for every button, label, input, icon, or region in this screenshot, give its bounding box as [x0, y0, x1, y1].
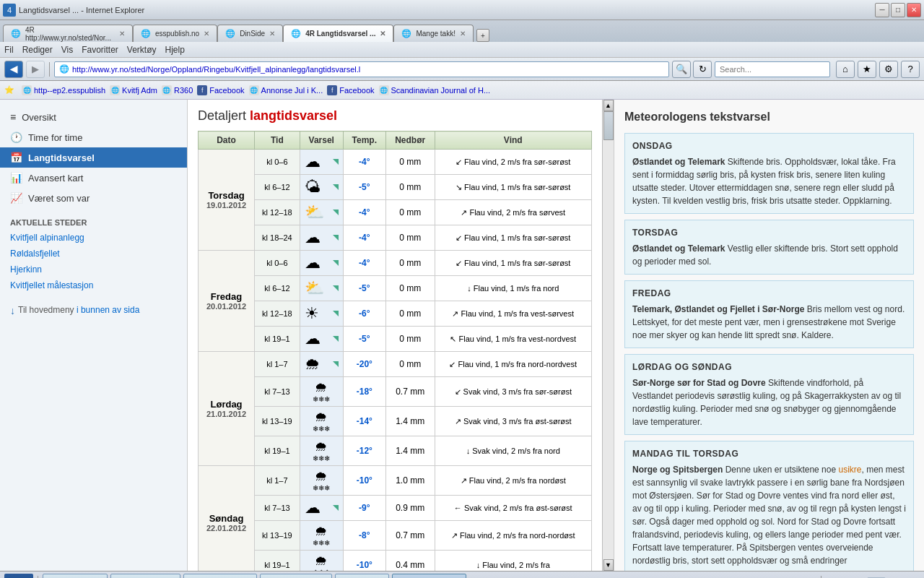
tab-2[interactable]: 🌐 esspublish.no ✕	[133, 25, 217, 42]
tab-1[interactable]: 🌐 4R http://www.yr.no/sted/Nor... ✕	[3, 25, 133, 42]
scrollbar[interactable]: ▲ ▼	[602, 100, 614, 571]
sidebar-link-roldalsfjellet[interactable]: Røldalsfjellet	[0, 246, 187, 262]
bookmark-kvitfj[interactable]: 🌐 Kvitfj Adm	[110, 85, 157, 95]
tab-5-close[interactable]: ✕	[460, 30, 466, 38]
bottom-link[interactable]: i bunnen av sida	[77, 305, 139, 315]
tab-4-close[interactable]: ✕	[380, 30, 385, 38]
help-button[interactable]: ?	[901, 61, 920, 78]
sidebar-item-vaeret[interactable]: 📈 Været som var	[0, 188, 187, 208]
tab-1-close[interactable]: ✕	[119, 30, 125, 38]
taskbar-btn-internet[interactable]: 🌐 2 Interne...	[43, 574, 108, 579]
weather-icon: 🌧	[315, 380, 328, 395]
tab-5-icon: 🌐	[401, 29, 411, 38]
tab-1-label: 4R http://www.yr.no/sted/Nor...	[25, 26, 115, 42]
bookmark-ep2[interactable]: 🌐 http--ep2.esspublish	[22, 85, 105, 95]
address-bar[interactable]: 🌐 http://www.yr.no/sted/Norge/Oppland/Ri…	[54, 61, 669, 77]
forecast-lordag-sondag-title: LØRDAG OG SØNDAG	[632, 361, 906, 374]
search-button[interactable]: 🔍	[672, 61, 691, 78]
weather-icon: 🌤	[305, 178, 321, 197]
browser-icon: 4	[3, 4, 16, 17]
bookmark-facebook1[interactable]: f Facebook	[197, 85, 244, 95]
scroll-up[interactable]: ▲	[603, 100, 614, 111]
menu-hjelp[interactable]: Hjelp	[165, 45, 185, 55]
vaeret-icon: 📈	[10, 192, 22, 204]
taskbar-btn-paminnel[interactable]: 📅 1 påminnel...	[260, 574, 332, 579]
tab-2-icon: 🌐	[141, 29, 151, 38]
sidebar-item-langtidsvarsel[interactable]: 📅 Langtidsvarsel	[0, 147, 187, 168]
refresh-button[interactable]: ↻	[693, 61, 712, 78]
tab-4-icon: 🌐	[291, 29, 301, 38]
taskbar-btn-kvasir[interactable]: 📰 Kvasir nyh...	[110, 574, 181, 579]
close-button[interactable]: ✕	[907, 3, 921, 17]
aktuelle-steder-section: AKTUELLE STEDER Kvitfjell alpinanlegg Rø…	[0, 215, 187, 293]
bookmark-scandinavian-icon: 🌐	[379, 85, 389, 95]
tab-4[interactable]: 🌐 4R Langtidsvarsel ... ✕	[283, 25, 393, 42]
taskbar-btn-r360[interactable]: 🌐 R360 - Kvitf...	[392, 574, 467, 579]
bookmark-facebook2[interactable]: f Facebook	[327, 85, 374, 95]
menu-rediger[interactable]: Rediger	[22, 45, 53, 55]
main-area: ≡ Oversikt 🕐 Time for time 📅 Langtidsvar…	[0, 100, 924, 571]
weather-icon: ☀	[305, 304, 319, 323]
sidebar-item-avansert-kart[interactable]: 📊 Avansert kart	[0, 168, 187, 188]
tab-3-close[interactable]: ✕	[269, 30, 275, 38]
bookmark-annonse[interactable]: 🌐 Annonse Jul i K...	[249, 85, 323, 95]
green-corner	[333, 336, 339, 342]
taskbar-btn-videre[interactable]: 🌐 Videre åpni...	[183, 574, 257, 579]
tab-2-close[interactable]: ✕	[204, 30, 209, 38]
start-button[interactable]: ⊞	[4, 574, 33, 579]
table-row: Søndag 22.01.2012 kl 1–7 🌧 ❄❄❄ -10°	[199, 466, 592, 496]
scroll-thumb[interactable]	[603, 111, 614, 140]
forward-button[interactable]: ▶	[26, 61, 45, 78]
scroll-track[interactable]	[603, 111, 614, 559]
text-forecast-title: Meteorologens tekstvarsel	[624, 108, 914, 126]
green-corner	[333, 311, 339, 316]
section-title-highlight: langtidsvarsel	[250, 108, 337, 123]
back-button[interactable]: ◀	[4, 61, 23, 78]
menu-vis[interactable]: Vis	[61, 45, 73, 55]
sidebar-link-hjerkinn[interactable]: Hjerkinn	[0, 262, 187, 277]
tab-3[interactable]: 🌐 DinSide ✕	[217, 25, 283, 42]
tab-5[interactable]: 🌐 Mange takk! ✕	[393, 25, 473, 42]
favorites-button[interactable]: ★	[858, 61, 876, 78]
home-button[interactable]: ⌂	[836, 61, 855, 78]
sidebar-item-oversikt[interactable]: ≡ Oversikt	[0, 107, 187, 127]
menu-favoritter[interactable]: Favoritter	[82, 45, 118, 55]
tab-5-label: Mange takk!	[416, 30, 455, 38]
col-tid: Tid	[255, 131, 300, 150]
weather-table: Dato Tid Varsel Temp. Nedbør Vind Tors	[198, 131, 592, 571]
title-bar-controls[interactable]: ─ □ ✕	[875, 3, 921, 17]
sidebar-item-time-for-time[interactable]: 🕐 Time for time	[0, 127, 187, 147]
snow-icon: ❄❄❄	[313, 484, 330, 492]
menu-verktoy[interactable]: Verktøy	[127, 45, 157, 55]
sidebar-link-kvitfjellet-malestasjon[interactable]: Kvitfjellet målestasjon	[0, 277, 187, 293]
date-sondag: Søndag 22.01.2012	[199, 466, 255, 571]
maximize-button[interactable]: □	[891, 3, 905, 17]
snow-icon: ❄❄❄	[313, 454, 330, 462]
new-tab-button[interactable]: +	[476, 29, 489, 42]
precip-cell: 0 mm	[385, 150, 435, 175]
bottom-text: Til hovedmeny i bunnen av sida	[18, 305, 139, 315]
bookmark-fb2-label: Facebook	[339, 86, 374, 95]
bookmark-scandinavian[interactable]: 🌐 Scandinavian Journal of H...	[379, 85, 491, 95]
weather-icon: ☁	[305, 499, 321, 517]
minimize-button[interactable]: ─	[875, 3, 889, 17]
sidebar-link-kvitfjell[interactable]: Kvitfjell alpinanlegg	[0, 230, 187, 246]
search-input[interactable]	[715, 61, 830, 77]
bookmarks-icon: ⭐	[4, 85, 14, 95]
weather-icon: 🌧	[315, 439, 328, 454]
scroll-down[interactable]: ▼	[603, 559, 614, 571]
forecast-onsdag: ONSDAG Østlandet og Telemark Skiftende b…	[624, 133, 914, 214]
tab-3-icon: 🌐	[225, 29, 235, 38]
time-icon: 🕐	[10, 131, 22, 143]
menu-fil[interactable]: Fil	[4, 45, 14, 55]
bookmark-ep2-icon: 🌐	[22, 85, 32, 95]
col-varsel: Varsel	[300, 131, 343, 150]
bookmark-annonse-label: Annonse Jul i K...	[261, 86, 323, 95]
taskbar-btn-aktuelle[interactable]: 🌐 aktuelle	[335, 574, 389, 579]
tools-button[interactable]: ⚙	[879, 61, 898, 78]
col-dato: Dato	[199, 131, 255, 150]
bookmark-r360[interactable]: 🌐 R360	[162, 85, 193, 95]
snow-icon: ❄❄❄	[313, 425, 330, 433]
forecast-fredag-title: FREDAG	[632, 287, 906, 300]
table-row: kl 12–18 ⛅ -4° 0 mm ↗ Flau vind, 2 m/s f…	[199, 200, 592, 225]
